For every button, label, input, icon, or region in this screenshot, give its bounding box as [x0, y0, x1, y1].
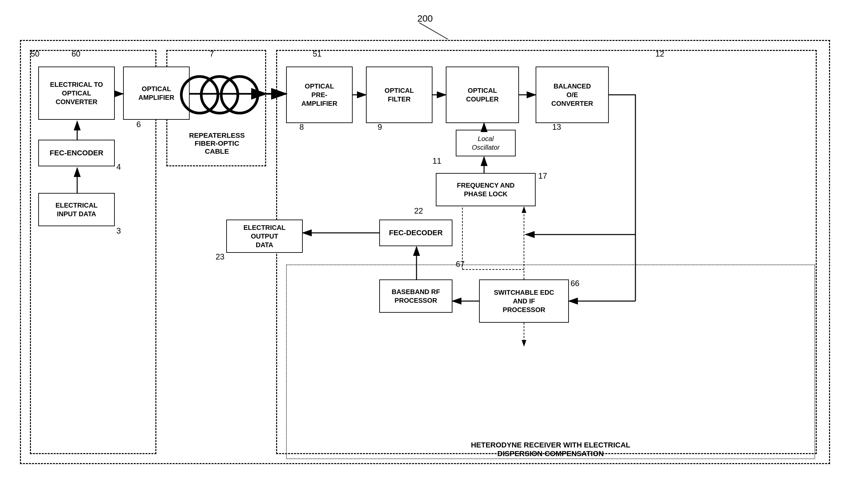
optical-preamplifier-block: OPTICAL PRE- AMPLIFIER	[286, 67, 352, 123]
freq-phase-lock-block: FREQUENCY AND PHASE LOCK	[436, 173, 536, 206]
label-17: 17	[538, 171, 547, 181]
svg-point-2	[221, 76, 258, 113]
local-oscillator-block: Local Oscillator	[456, 130, 516, 156]
label-22: 22	[414, 206, 423, 216]
optical-filter-block: OPTICAL FILTER	[366, 67, 433, 123]
label-7: 7	[210, 49, 214, 58]
label-13: 13	[552, 122, 561, 132]
electrical-output-data-block: ELECTRICAL OUTPUT DATA	[226, 219, 303, 253]
label-4: 4	[116, 162, 121, 172]
label-51: 51	[313, 49, 322, 58]
label-23: 23	[216, 252, 224, 262]
svg-point-1	[201, 76, 238, 113]
label-9: 9	[378, 122, 382, 132]
label-8: 8	[300, 122, 304, 132]
heterodyne-label: HETERODYNE RECEIVER WITH ELECTRICAL DISP…	[286, 438, 815, 458]
balanced-oe-block: BALANCED O/E CONVERTER	[536, 67, 609, 123]
electrical-input-data-block: ELECTRICAL INPUT DATA	[38, 193, 115, 226]
label-6: 6	[137, 120, 141, 129]
optical-coupler-block: OPTICAL COUPLER	[446, 67, 519, 123]
electrical-to-optical-block: ELECTRICAL TO OPTICAL CONVERTER	[38, 67, 115, 120]
fec-decoder-block: FEC-DECODER	[379, 219, 452, 246]
label-50: 50	[31, 49, 40, 58]
fiber-coil-area	[173, 65, 266, 125]
label-12: 12	[655, 49, 664, 58]
heterodyne-box	[286, 265, 815, 459]
svg-point-0	[181, 76, 218, 113]
label-3: 3	[116, 226, 121, 236]
diagram-container: 200 50 60 7 51 12 ELECTRICAL TO OPTICAL …	[13, 13, 837, 491]
label-60: 60	[72, 49, 80, 58]
fec-encoder-block: FEC-ENCODER	[38, 140, 115, 166]
fiber-cable-label: REPEATERLESS FIBER-OPTIC CABLE	[167, 131, 267, 155]
label-11: 11	[433, 156, 441, 166]
